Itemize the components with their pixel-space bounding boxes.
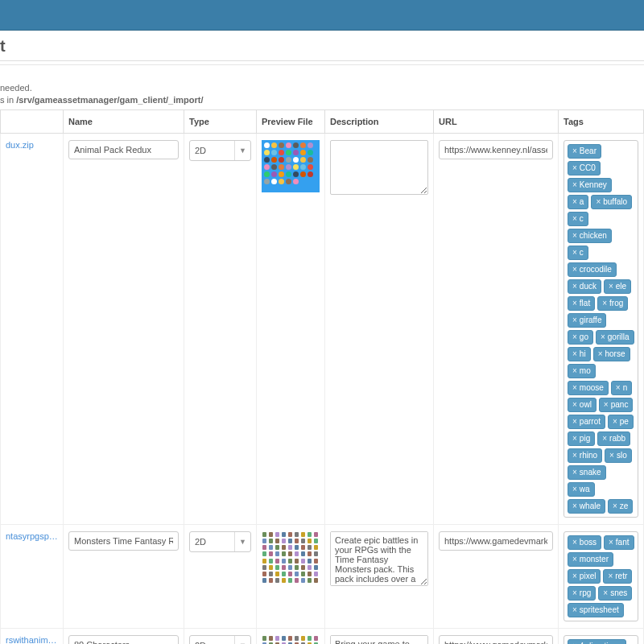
tag-chip[interactable]: ×a bbox=[568, 195, 588, 209]
close-icon[interactable]: × bbox=[572, 349, 577, 359]
close-icon[interactable]: × bbox=[602, 434, 607, 444]
close-icon[interactable]: × bbox=[572, 383, 577, 393]
tag-chip[interactable]: ×rabb bbox=[597, 431, 630, 446]
close-icon[interactable]: × bbox=[572, 400, 577, 410]
tag-input[interactable]: ×Bear×CC0×Kenney×a×buffalo×c×chicken×c×c… bbox=[564, 140, 638, 518]
close-icon[interactable]: × bbox=[572, 555, 577, 564]
tag-chip[interactable]: ×pe bbox=[608, 415, 634, 429]
tag-chip[interactable]: ×rpg bbox=[568, 586, 596, 601]
close-icon[interactable]: × bbox=[572, 316, 577, 325]
close-icon[interactable]: × bbox=[598, 349, 603, 359]
tag-chip[interactable]: ×CC0 bbox=[568, 161, 601, 175]
tag-chip[interactable]: ×whale bbox=[568, 499, 605, 514]
preview-thumbnail[interactable] bbox=[262, 140, 320, 192]
tag-chip[interactable]: ×wa bbox=[568, 482, 595, 497]
close-icon[interactable]: × bbox=[609, 451, 614, 460]
preview-thumbnail[interactable] bbox=[262, 531, 320, 584]
tag-chip[interactable]: ×4-directions bbox=[568, 639, 626, 644]
tag-chip[interactable]: ×panc bbox=[599, 398, 634, 412]
close-icon[interactable]: × bbox=[613, 502, 617, 511]
close-icon[interactable]: × bbox=[609, 538, 613, 547]
close-icon[interactable]: × bbox=[602, 299, 607, 308]
tag-chip[interactable]: ×parrot bbox=[568, 415, 605, 429]
name-input[interactable] bbox=[68, 140, 179, 159]
close-icon[interactable]: × bbox=[572, 451, 577, 460]
type-select[interactable]: 2D▼ bbox=[189, 531, 251, 552]
preview-thumbnail[interactable] bbox=[262, 635, 320, 644]
close-icon[interactable]: × bbox=[572, 417, 577, 427]
tag-chip[interactable]: ×flat bbox=[568, 296, 595, 311]
tag-chip[interactable]: ×boss bbox=[568, 535, 601, 550]
close-icon[interactable]: × bbox=[572, 434, 577, 444]
url-input[interactable] bbox=[439, 635, 553, 644]
tag-chip[interactable]: ×ele bbox=[604, 279, 631, 294]
file-link[interactable]: rswithanima… bbox=[6, 635, 58, 644]
close-icon[interactable]: × bbox=[572, 214, 577, 224]
tag-chip[interactable]: ×Bear bbox=[568, 144, 601, 159]
tag-chip[interactable]: ×ze bbox=[608, 499, 633, 514]
close-icon[interactable]: × bbox=[572, 332, 577, 342]
name-input[interactable] bbox=[68, 531, 179, 551]
close-icon[interactable]: × bbox=[572, 197, 577, 207]
tag-chip[interactable]: ×horse bbox=[593, 347, 630, 361]
close-icon[interactable]: × bbox=[572, 605, 577, 615]
file-link[interactable]: dux.zip bbox=[6, 140, 34, 150]
close-icon[interactable]: × bbox=[572, 282, 577, 291]
tag-chip[interactable]: ×Kenney bbox=[568, 178, 612, 192]
close-icon[interactable]: × bbox=[572, 231, 577, 241]
tag-chip[interactable]: ×giraffe bbox=[568, 313, 606, 328]
tag-chip[interactable]: ×moose bbox=[568, 381, 609, 395]
type-select[interactable]: 2D▼ bbox=[189, 140, 251, 161]
tag-input[interactable]: ×4-directions×animated×character×sprites… bbox=[564, 635, 638, 644]
tag-chip[interactable]: ×go bbox=[568, 330, 593, 345]
close-icon[interactable]: × bbox=[596, 197, 601, 207]
tag-chip[interactable]: ×hi bbox=[568, 347, 591, 361]
tag-chip[interactable]: ×mo bbox=[568, 364, 596, 378]
tag-chip[interactable]: ×retr bbox=[603, 569, 632, 584]
close-icon[interactable]: × bbox=[603, 588, 608, 598]
tag-input[interactable]: ×boss×fant×monster×pixel×retr×rpg×snes×s… bbox=[564, 531, 638, 621]
close-icon[interactable]: × bbox=[572, 265, 577, 275]
tag-chip[interactable]: ×gorilla bbox=[596, 330, 634, 345]
close-icon[interactable]: × bbox=[572, 485, 577, 494]
tag-chip[interactable]: ×duck bbox=[568, 279, 601, 294]
close-icon[interactable]: × bbox=[572, 180, 577, 190]
tag-chip[interactable]: ×slo bbox=[605, 448, 632, 463]
tag-chip[interactable]: ×c bbox=[568, 246, 588, 260]
close-icon[interactable]: × bbox=[572, 248, 577, 258]
close-icon[interactable]: × bbox=[613, 417, 617, 427]
close-icon[interactable]: × bbox=[604, 400, 609, 410]
file-link[interactable]: ntasyrpgspr… bbox=[6, 531, 58, 541]
name-input[interactable] bbox=[68, 635, 179, 644]
close-icon[interactable]: × bbox=[572, 366, 577, 376]
url-input[interactable] bbox=[439, 140, 553, 159]
close-icon[interactable]: × bbox=[572, 572, 577, 581]
close-icon[interactable]: × bbox=[616, 383, 621, 393]
url-input[interactable] bbox=[439, 531, 553, 551]
tag-chip[interactable]: ×buffalo bbox=[591, 195, 632, 209]
tag-chip[interactable]: ×fant bbox=[604, 535, 634, 550]
tag-chip[interactable]: ×c bbox=[568, 212, 588, 226]
type-select[interactable]: 2D▼ bbox=[189, 635, 251, 644]
close-icon[interactable]: × bbox=[572, 538, 577, 547]
tag-chip[interactable]: ×rhino bbox=[568, 448, 602, 463]
tag-chip[interactable]: ×pig bbox=[568, 431, 595, 446]
close-icon[interactable]: × bbox=[572, 147, 577, 156]
tag-chip[interactable]: ×owl bbox=[568, 398, 597, 412]
description-textarea[interactable]: Bring your game to life in crisp pixel a… bbox=[330, 635, 428, 644]
close-icon[interactable]: × bbox=[572, 163, 577, 173]
close-icon[interactable]: × bbox=[572, 588, 577, 598]
close-icon[interactable]: × bbox=[601, 332, 605, 342]
tag-chip[interactable]: ×snake bbox=[568, 465, 606, 480]
tag-chip[interactable]: ×n bbox=[611, 381, 632, 395]
description-textarea[interactable]: Create epic battles in your RPGs with th… bbox=[330, 531, 428, 586]
tag-chip[interactable]: ×chicken bbox=[568, 229, 612, 243]
close-icon[interactable]: × bbox=[572, 502, 577, 511]
tag-chip[interactable]: ×crocodile bbox=[568, 262, 617, 277]
tag-chip[interactable]: ×snes bbox=[598, 586, 632, 601]
close-icon[interactable]: × bbox=[572, 468, 577, 477]
close-icon[interactable]: × bbox=[608, 572, 613, 581]
tag-chip[interactable]: ×monster bbox=[568, 552, 613, 567]
close-icon[interactable]: × bbox=[609, 282, 613, 291]
close-icon[interactable]: × bbox=[572, 299, 577, 308]
